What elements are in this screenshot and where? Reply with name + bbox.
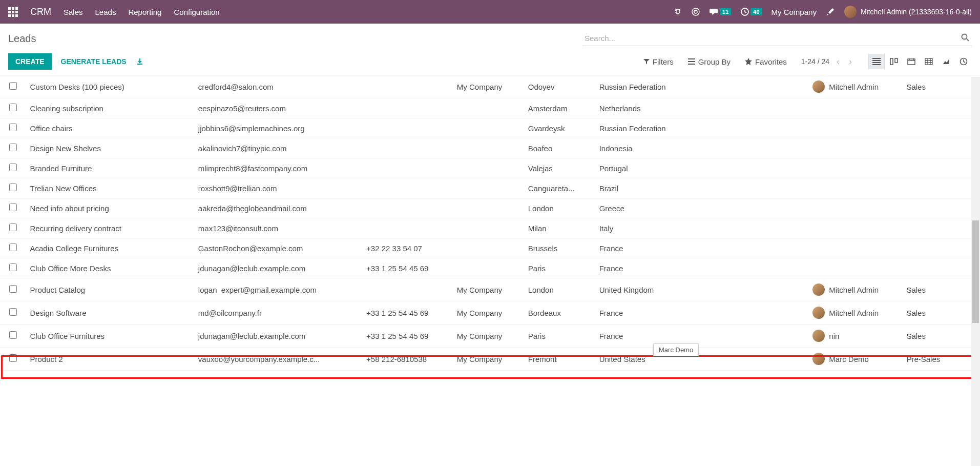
pager-prev[interactable]: ‹ bbox=[835, 56, 842, 67]
table-row[interactable]: Office chairsjjobbins6@simplemachines.or… bbox=[0, 118, 980, 138]
svg-rect-12 bbox=[895, 58, 898, 63]
cell-country: Russian Federation bbox=[595, 118, 738, 138]
cell-company: My Company bbox=[453, 348, 524, 371]
view-calendar-icon[interactable] bbox=[903, 54, 920, 69]
table-row[interactable]: Need info about pricingaakreda@theglobea… bbox=[0, 198, 980, 218]
pager-next[interactable]: › bbox=[847, 56, 854, 67]
svg-rect-7 bbox=[872, 58, 881, 59]
cell-email: aakreda@theglobeandmail.com bbox=[194, 198, 362, 218]
company-switcher[interactable]: My Company bbox=[772, 8, 817, 16]
table-row[interactable]: Club Office Furnituresjdunagan@leclub.ex… bbox=[0, 325, 980, 348]
table-row[interactable]: Branded Furnituremlimprecht8@fastcompany… bbox=[0, 158, 980, 178]
scrollbar[interactable] bbox=[971, 77, 980, 464]
messages-icon[interactable]: 11 bbox=[710, 8, 731, 16]
nav-sales[interactable]: Sales bbox=[64, 8, 83, 16]
row-checkbox[interactable] bbox=[9, 124, 17, 131]
row-checkbox[interactable] bbox=[9, 184, 17, 191]
svg-rect-13 bbox=[908, 59, 915, 65]
table-row[interactable]: Custom Desks (100 pieces)credford4@salon… bbox=[0, 75, 980, 98]
support-icon[interactable] bbox=[691, 7, 700, 16]
table-row[interactable]: Product Cataloglogan_expert@gmail.exampl… bbox=[0, 278, 980, 301]
messages-badge: 11 bbox=[720, 8, 731, 15]
table-row[interactable]: Acadia College FurnituresGastonRochon@ex… bbox=[0, 238, 980, 258]
table-row[interactable]: Recurring delivery contractmax123@itcons… bbox=[0, 218, 980, 238]
apps-icon[interactable] bbox=[8, 7, 18, 17]
table-row[interactable]: Trelian New Officesroxshott9@trellian.co… bbox=[0, 178, 980, 198]
nav-configuration[interactable]: Configuration bbox=[174, 8, 219, 16]
view-graph-icon[interactable] bbox=[938, 54, 954, 69]
nav-reporting[interactable]: Reporting bbox=[128, 8, 161, 16]
table-row[interactable]: Design New Shelvesakalinovich7@tinypic.c… bbox=[0, 138, 980, 158]
import-icon[interactable] bbox=[136, 57, 144, 66]
svg-rect-9 bbox=[872, 62, 881, 63]
cell-country: Brazil bbox=[595, 178, 738, 198]
cell-company: My Company bbox=[453, 278, 524, 301]
cell-lead: Cleaning subscription bbox=[26, 98, 194, 118]
cell-company bbox=[453, 258, 524, 278]
row-checkbox[interactable] bbox=[9, 224, 17, 231]
cell-email: md@oilcompany.fr bbox=[194, 301, 362, 325]
search-input[interactable] bbox=[582, 31, 972, 46]
cell-salesperson bbox=[808, 118, 902, 138]
cell-email: credford4@salon.com bbox=[194, 75, 362, 98]
debug-icon[interactable] bbox=[674, 8, 682, 16]
activities-badge: 40 bbox=[750, 8, 762, 15]
cell-city: Paris bbox=[524, 325, 595, 348]
cell-lead: Branded Furniture bbox=[26, 158, 194, 178]
user-menu[interactable]: Mitchell Admin (21333693-16-0-all) bbox=[844, 6, 972, 18]
row-checkbox[interactable] bbox=[9, 104, 17, 111]
cell-team: Pre-Sales bbox=[902, 348, 980, 371]
salesperson-avatar bbox=[812, 80, 825, 93]
cell-lead: Product Catalog bbox=[26, 278, 194, 301]
cell-lead: Club Office More Desks bbox=[26, 258, 194, 278]
table-row[interactable]: Club Office More Desksjdunagan@leclub.ex… bbox=[0, 258, 980, 278]
row-checkbox[interactable] bbox=[9, 144, 17, 151]
row-checkbox[interactable] bbox=[9, 264, 17, 271]
cell-city: Milan bbox=[524, 218, 595, 238]
view-kanban-icon[interactable] bbox=[886, 54, 902, 69]
create-button[interactable]: CREATE bbox=[8, 53, 52, 70]
cell-salesperson bbox=[808, 98, 902, 118]
table-row[interactable]: Cleaning subscriptioneespinazo5@reuters.… bbox=[0, 98, 980, 118]
salesperson-avatar bbox=[812, 353, 825, 365]
row-checkbox[interactable] bbox=[9, 204, 17, 211]
cell-team bbox=[902, 178, 980, 198]
cell-company bbox=[453, 238, 524, 258]
cell-phone bbox=[362, 178, 453, 198]
table-row[interactable]: Product 2vauxoo@yourcompany.example.c...… bbox=[0, 348, 980, 371]
cell-company bbox=[453, 198, 524, 218]
cell-salesperson bbox=[808, 238, 902, 258]
cell-team bbox=[902, 138, 980, 158]
row-checkbox[interactable] bbox=[9, 244, 17, 251]
user-avatar bbox=[844, 6, 857, 18]
cell-email: jdunagan@leclub.example.com bbox=[194, 258, 362, 278]
view-pivot-icon[interactable] bbox=[921, 54, 937, 69]
generate-leads-button[interactable]: GENERATE LEADS bbox=[61, 57, 127, 66]
row-checkbox[interactable] bbox=[9, 331, 17, 339]
row-checkbox[interactable] bbox=[9, 308, 17, 316]
search-icon[interactable] bbox=[961, 33, 970, 42]
cell-email: jjobbins6@simplemachines.org bbox=[194, 118, 362, 138]
groupby-button[interactable]: Group By bbox=[688, 57, 731, 66]
tools-icon[interactable] bbox=[826, 7, 835, 16]
cell-lead: Design Software bbox=[26, 301, 194, 325]
cell-country: Netherlands bbox=[595, 98, 738, 118]
leads-table: Custom Desks (100 pieces)credford4@salon… bbox=[0, 75, 980, 464]
cell-salesperson bbox=[808, 198, 902, 218]
salesperson-name: Marc Demo bbox=[829, 355, 869, 363]
app-brand[interactable]: CRM bbox=[30, 7, 51, 17]
nav-leads[interactable]: Leads bbox=[95, 8, 116, 16]
favorites-button[interactable]: Favorites bbox=[745, 57, 787, 66]
filters-button[interactable]: Filters bbox=[643, 57, 674, 66]
row-checkbox[interactable] bbox=[9, 82, 17, 90]
view-list-icon[interactable] bbox=[868, 54, 885, 69]
activities-icon[interactable]: 40 bbox=[740, 7, 762, 16]
cell-salesperson bbox=[808, 138, 902, 158]
view-activity-icon[interactable] bbox=[955, 54, 972, 69]
row-checkbox[interactable] bbox=[9, 285, 17, 293]
row-checkbox[interactable] bbox=[9, 164, 17, 171]
table-row[interactable]: Design Softwaremd@oilcompany.fr+33 1 25 … bbox=[0, 301, 980, 325]
row-checkbox[interactable] bbox=[9, 354, 17, 362]
cell-company: My Company bbox=[453, 325, 524, 348]
cell-team bbox=[902, 98, 980, 118]
